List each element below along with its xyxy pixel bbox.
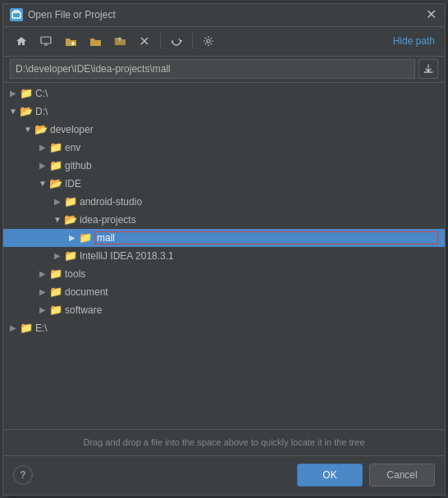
tree-item-intellij[interactable]: ▶ 📁 IntelliJ IDEA 2018.3.1 xyxy=(3,247,445,265)
tree-label-mall: mall xyxy=(94,231,438,244)
expand-idea-projects[interactable]: ▼ xyxy=(51,213,64,226)
expand-e-drive[interactable]: ▶ xyxy=(7,322,20,335)
folder-icon-ide: 📂 xyxy=(49,177,62,190)
upload-button[interactable] xyxy=(108,30,131,52)
folder-icon-d: 📂 xyxy=(20,105,33,117)
button-bar: ? OK Cancel xyxy=(3,455,445,495)
path-download-button[interactable] xyxy=(418,59,438,79)
close-button[interactable]: ✕ xyxy=(424,8,438,21)
folder-icon-tools: 📁 xyxy=(49,267,62,280)
tree-item-android-studio[interactable]: ▶ 📁 android-studio xyxy=(3,193,445,211)
expand-github[interactable]: ▶ xyxy=(36,159,49,172)
toolbar-separator xyxy=(160,33,161,49)
cancel-button[interactable]: Cancel xyxy=(369,464,435,487)
tree-label-e-drive: E:\ xyxy=(35,322,438,334)
home-button[interactable] xyxy=(10,30,33,52)
svg-rect-1 xyxy=(41,37,51,43)
dialog-title: Open File or Project xyxy=(28,9,419,21)
expand-document[interactable]: ▶ xyxy=(36,286,49,299)
tree-label-software: software xyxy=(65,304,438,316)
tree-item-tools[interactable]: ▶ 📁 tools xyxy=(3,265,445,283)
folder-icon-software: 📁 xyxy=(49,304,62,316)
folder-icon-env: 📁 xyxy=(49,141,62,153)
settings-button[interactable] xyxy=(197,30,220,52)
expand-tools[interactable]: ▶ xyxy=(36,267,49,281)
svg-rect-0 xyxy=(12,12,21,18)
hint-bar: Drag and drop a file into the space abov… xyxy=(3,429,445,455)
tree-item-mall[interactable]: ▶ 📁 mall xyxy=(3,229,445,247)
ok-button[interactable]: OK xyxy=(297,464,363,487)
monitor-button[interactable] xyxy=(34,30,57,52)
path-input[interactable] xyxy=(10,59,415,79)
folder-icon-developer: 📂 xyxy=(34,123,48,135)
path-bar xyxy=(3,57,445,83)
tree-label-developer: developer xyxy=(50,124,438,135)
folder-button[interactable] xyxy=(84,30,107,52)
expand-ide[interactable]: ▼ xyxy=(36,177,49,190)
refresh-button[interactable] xyxy=(165,30,188,52)
tree-label-tools: tools xyxy=(65,268,438,280)
folder-icon-e: 📁 xyxy=(20,322,33,334)
expand-software[interactable]: ▶ xyxy=(36,304,49,317)
tree-item-github[interactable]: ▶ 📁 github xyxy=(3,157,445,175)
svg-point-2 xyxy=(207,39,210,43)
toolbar-separator2 xyxy=(192,33,193,49)
folder-icon-android-studio: 📁 xyxy=(64,195,77,208)
tree-item-developer[interactable]: ▼ 📂 developer xyxy=(3,121,445,139)
tree-label-android-studio: android-studio xyxy=(80,196,438,208)
help-button[interactable]: ? xyxy=(13,465,33,485)
tree-item-document[interactable]: ▶ 📁 document xyxy=(3,283,445,301)
tree-item-e-drive[interactable]: ▶ 📁 E:\ xyxy=(3,319,445,337)
tree-label-github: github xyxy=(65,160,438,171)
hint-text: Drag and drop a file into the space abov… xyxy=(83,437,364,447)
expand-d-drive[interactable]: ▼ xyxy=(7,105,20,118)
tree-item-c-drive[interactable]: ▶ 📁 C:\ xyxy=(3,85,445,103)
dialog-icon xyxy=(10,8,23,21)
expand-mall[interactable]: ▶ xyxy=(66,231,79,244)
folder-icon-intellij: 📁 xyxy=(64,249,77,262)
title-bar: Open File or Project ✕ xyxy=(3,4,445,27)
tree-item-env[interactable]: ▶ 📁 env xyxy=(3,139,445,157)
tree-item-d-drive[interactable]: ▼ 📂 D:\ xyxy=(3,103,445,121)
tree-label-document: document xyxy=(65,286,438,298)
tree-item-ide[interactable]: ▼ 📂 IDE xyxy=(3,175,445,193)
expand-env[interactable]: ▶ xyxy=(36,141,49,154)
tree-label-env: env xyxy=(65,142,438,153)
tree-item-software[interactable]: ▶ 📁 software xyxy=(3,301,445,319)
hide-path-button[interactable]: Hide path xyxy=(390,34,438,48)
tree-label-intellij: IntelliJ IDEA 2018.3.1 xyxy=(80,250,438,262)
folder-icon-mall: 📁 xyxy=(79,231,92,244)
expand-c-drive[interactable]: ▶ xyxy=(7,87,20,100)
folder-icon-c: 📁 xyxy=(20,87,33,99)
tree-label-d-drive: D:\ xyxy=(35,106,438,117)
open-file-dialog: Open File or Project ✕ xyxy=(2,3,446,496)
expand-android-studio[interactable]: ▶ xyxy=(51,195,64,208)
tree-label-idea-projects: idea-projects xyxy=(80,214,438,226)
folder-icon-document: 📁 xyxy=(49,286,62,298)
expand-intellij[interactable]: ▶ xyxy=(51,249,64,263)
delete-button[interactable] xyxy=(133,30,156,52)
folder-icon-idea-projects: 📂 xyxy=(64,213,77,226)
tree-label-c-drive: C:\ xyxy=(35,88,438,99)
new-folder-button[interactable] xyxy=(59,30,82,52)
tree-label-ide: IDE xyxy=(65,178,438,190)
folder-icon-github: 📁 xyxy=(49,159,62,171)
file-tree[interactable]: ▶ 📁 C:\ ▼ 📂 D:\ ▼ 📂 developer ▶ 📁 env ▶ … xyxy=(3,83,445,429)
expand-developer[interactable]: ▼ xyxy=(21,123,34,136)
toolbar: Hide path xyxy=(3,27,445,57)
tree-item-idea-projects[interactable]: ▼ 📂 idea-projects xyxy=(3,211,445,229)
